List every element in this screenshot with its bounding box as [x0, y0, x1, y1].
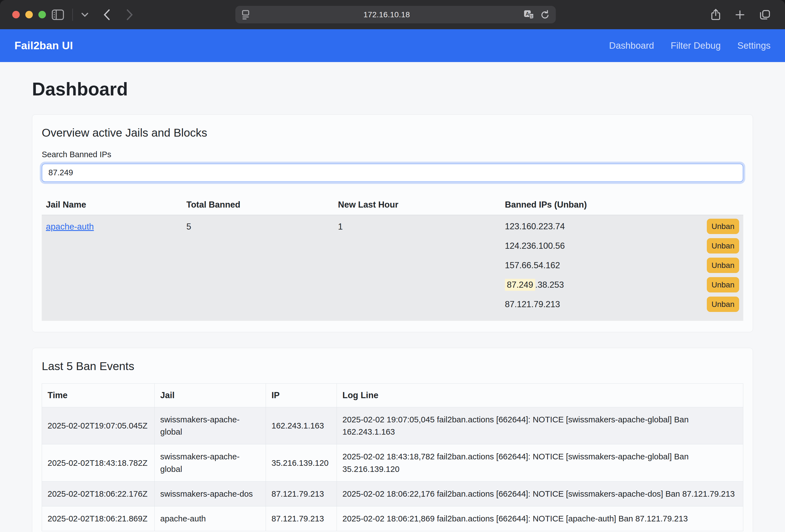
col-header-new-last-hour: New Last Hour	[334, 195, 501, 215]
jail-total-banned: 5	[182, 215, 334, 321]
minimize-window-button[interactable]	[25, 11, 33, 18]
banned-ip-address: 87.249.38.253	[505, 280, 564, 290]
col-header-jail: Jail	[155, 383, 266, 407]
ban-events-table: Time Jail IP Log Line 2025-02-02T19:07:0…	[42, 383, 743, 531]
ban-events-card: Last 5 Ban Events Time Jail IP Log Line …	[32, 348, 753, 532]
table-row: 2025-02-02T19:07:05.045Z swissmakers-apa…	[42, 407, 743, 445]
page-title: Dashboard	[32, 79, 753, 100]
close-window-button[interactable]	[12, 11, 20, 18]
traffic-lights	[12, 0, 46, 29]
search-banned-ips-label: Search Banned IPs	[42, 150, 743, 159]
banned-ip-address: 123.160.223.74	[505, 222, 565, 231]
jail-name-link[interactable]: apache-auth	[46, 222, 94, 231]
app-navbar: Fail2ban UI Dashboard Filter Debug Setti…	[0, 29, 785, 62]
event-log-line: 2025-02-02 18:06:22,176 fail2ban.actions…	[337, 481, 743, 506]
jails-table: Jail Name Total Banned New Last Hour Ban…	[42, 195, 743, 321]
address-bar[interactable]: 172.16.10.18 A 文	[235, 6, 556, 23]
col-header-jail-name: Jail Name	[42, 195, 182, 215]
col-header-ip: IP	[266, 383, 337, 407]
banned-ip-item: 123.160.223.74 Unban	[505, 217, 739, 236]
event-ip: 87.121.79.213	[266, 481, 337, 506]
event-time: 2025-02-02T18:43:18.782Z	[42, 445, 155, 482]
banned-ip-item: 124.236.100.56 Unban	[505, 236, 739, 256]
svg-text:A: A	[526, 11, 529, 17]
nav-link[interactable]: Filter Debug	[671, 40, 721, 51]
col-header-banned-ips: Banned IPs (Unban)	[501, 195, 743, 215]
col-header-total-banned: Total Banned	[182, 195, 334, 215]
back-button[interactable]	[103, 9, 110, 20]
jail-row: apache-auth 5 1 123.160.223.74 Unban 124…	[42, 215, 743, 321]
nav-link[interactable]: Settings	[737, 40, 770, 51]
browser-chrome: 172.16.10.18 A 文	[0, 0, 785, 29]
unban-button[interactable]: Unban	[707, 219, 739, 234]
unban-button[interactable]: Unban	[707, 277, 739, 293]
event-ip: 35.216.139.120	[266, 445, 337, 482]
event-jail: apache-auth	[155, 506, 266, 531]
event-jail: swissmakers-apache-global	[155, 445, 266, 482]
toolbar-divider	[72, 9, 73, 21]
col-header-log-line: Log Line	[337, 383, 743, 407]
banned-ip-address: 157.66.54.162	[505, 260, 560, 271]
reload-icon[interactable]	[540, 10, 550, 20]
banned-ip-item: 157.66.54.162 Unban	[505, 256, 739, 275]
unban-button[interactable]: Unban	[707, 258, 739, 273]
forward-button[interactable]	[126, 9, 133, 20]
reader-view-icon[interactable]	[242, 10, 250, 20]
banned-ip-address: 87.121.79.213	[505, 299, 560, 309]
nav-link[interactable]: Dashboard	[609, 40, 654, 51]
svg-text:文: 文	[530, 15, 533, 18]
url-text[interactable]: 172.16.10.18	[250, 10, 524, 19]
event-ip: 162.243.1.163	[266, 407, 337, 445]
banned-ip-item: 87.121.79.213 Unban	[505, 295, 739, 314]
event-ip: 87.121.79.213	[266, 506, 337, 531]
new-tab-icon[interactable]	[735, 10, 745, 20]
search-banned-ips-input[interactable]	[42, 163, 743, 182]
ban-events-body: 2025-02-02T19:07:05.045Z swissmakers-apa…	[42, 407, 743, 531]
event-log-line: 2025-02-02 19:07:05,045 fail2ban.actions…	[337, 407, 743, 445]
ban-events-header-row: Time Jail IP Log Line	[42, 383, 743, 407]
translate-icon[interactable]: A 文	[524, 10, 535, 20]
nav-links: Dashboard Filter Debug Settings	[609, 40, 770, 51]
chevron-down-icon[interactable]	[81, 12, 88, 17]
table-row: 2025-02-02T18:43:18.782Z swissmakers-apa…	[42, 445, 743, 482]
event-jail: swissmakers-apache-global	[155, 407, 266, 445]
event-log-line: 2025-02-02 18:43:18,782 fail2ban.actions…	[337, 445, 743, 482]
search-match-highlight: 87.249	[505, 279, 535, 291]
sidebar-toggle-icon[interactable]	[52, 9, 64, 20]
overview-card: Overview active Jails and Blocks Search …	[32, 115, 753, 332]
share-icon[interactable]	[711, 9, 720, 21]
jail-new-last-hour: 1	[334, 215, 501, 321]
overview-card-title: Overview active Jails and Blocks	[42, 126, 743, 140]
event-time: 2025-02-02T19:07:05.045Z	[42, 407, 155, 445]
event-time: 2025-02-02T18:06:21.869Z	[42, 506, 155, 531]
col-header-time: Time	[42, 383, 155, 407]
banned-ip-address: 124.236.100.56	[505, 241, 565, 251]
brand[interactable]: Fail2ban UI	[15, 40, 73, 52]
event-time: 2025-02-02T18:06:22.176Z	[42, 481, 155, 506]
banned-ip-list: 123.160.223.74 Unban 124.236.100.56 Unba…	[501, 215, 743, 321]
jails-table-header: Jail Name Total Banned New Last Hour Ban…	[42, 195, 743, 215]
table-row: 2025-02-02T18:06:22.176Z swissmakers-apa…	[42, 481, 743, 506]
fullscreen-window-button[interactable]	[39, 11, 46, 18]
unban-button[interactable]: Unban	[707, 297, 739, 312]
ban-events-card-title: Last 5 Ban Events	[42, 360, 743, 373]
event-log-line: 2025-02-02 18:06:21,869 fail2ban.actions…	[337, 506, 743, 531]
tab-overview-icon[interactable]	[759, 9, 770, 20]
banned-ip-item: 87.249.38.253 Unban	[505, 275, 739, 295]
event-jail: swissmakers-apache-dos	[155, 481, 266, 506]
page-content: Dashboard Overview active Jails and Bloc…	[0, 62, 785, 532]
unban-button[interactable]: Unban	[707, 238, 739, 253]
table-row: 2025-02-02T18:06:21.869Z apache-auth 87.…	[42, 506, 743, 531]
